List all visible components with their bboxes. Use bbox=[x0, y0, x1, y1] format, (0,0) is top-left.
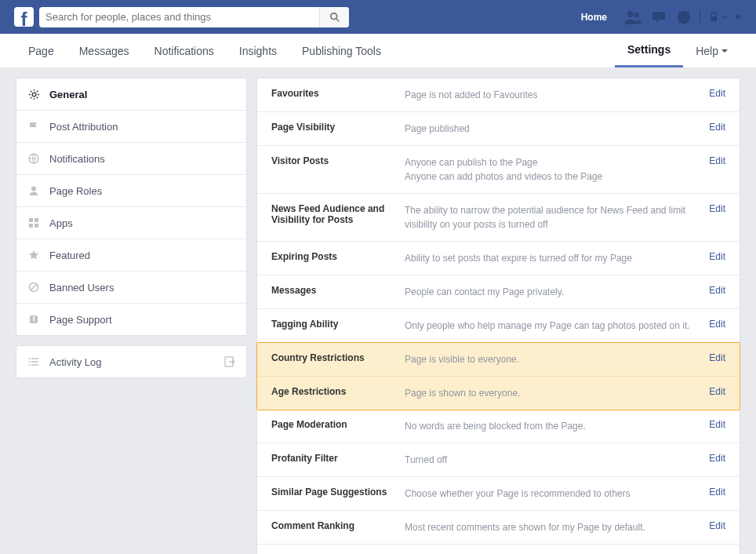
nav-insights[interactable]: Insights bbox=[227, 34, 289, 67]
setting-desc: Choose whether your Page is recommended … bbox=[405, 487, 700, 501]
person-icon bbox=[27, 184, 40, 197]
setting-desc: Anyone can publish to the Page Anyone ca… bbox=[405, 155, 700, 184]
sidebar-item-general[interactable]: General bbox=[16, 78, 246, 110]
setting-comment-ranking[interactable]: Comment Ranking Most recent comments are… bbox=[257, 511, 740, 545]
setting-desc: No words are being blocked from the Page… bbox=[405, 419, 700, 433]
edit-link[interactable]: Edit bbox=[700, 520, 725, 531]
sidebar-item-post-attribution[interactable]: Post Attribution bbox=[16, 110, 246, 142]
edit-link[interactable]: Edit bbox=[700, 419, 725, 430]
svg-rect-9 bbox=[29, 218, 33, 222]
sidebar: General Post Attribution Notifications P… bbox=[16, 78, 247, 388]
sidebar-item-apps[interactable]: Apps bbox=[16, 206, 246, 239]
account-menu[interactable] bbox=[734, 13, 742, 21]
topbar-right: Home bbox=[572, 9, 742, 25]
setting-age-restrictions[interactable]: Age Restrictions Page is shown to everyo… bbox=[257, 377, 740, 410]
sidebar-main: General Post Attribution Notifications P… bbox=[16, 78, 247, 336]
chevron-down-icon bbox=[734, 13, 742, 21]
ban-icon bbox=[27, 281, 40, 293]
svg-point-20 bbox=[29, 358, 31, 359]
nav-help[interactable]: Help bbox=[683, 34, 740, 67]
sidebar-item-activity-log[interactable]: Activity Log bbox=[16, 346, 246, 377]
edit-link[interactable]: Edit bbox=[700, 88, 725, 99]
edit-link[interactable]: Edit bbox=[700, 386, 725, 397]
svg-rect-11 bbox=[29, 224, 33, 228]
setting-page-moderation[interactable]: Page Moderation No words are being block… bbox=[257, 410, 740, 443]
star-icon bbox=[27, 249, 40, 261]
setting-page-visibility[interactable]: Page Visibility Page published Edit bbox=[257, 112, 740, 146]
sidebar-item-featured[interactable]: Featured bbox=[16, 239, 246, 271]
setting-label: Messages bbox=[271, 285, 405, 296]
nav-page[interactable]: Page bbox=[16, 34, 67, 67]
search-icon bbox=[329, 12, 340, 23]
search-button[interactable] bbox=[319, 7, 349, 27]
list-icon bbox=[27, 355, 40, 368]
setting-label: Profanity Filter bbox=[271, 453, 405, 464]
chevron-down-icon bbox=[721, 48, 728, 54]
edit-link[interactable]: Edit bbox=[700, 285, 725, 296]
svg-point-0 bbox=[330, 13, 336, 19]
nav-left: Page Messages Notifications Insights Pub… bbox=[16, 34, 394, 67]
sidebar-item-label: Notifications bbox=[49, 153, 105, 165]
nav-settings[interactable]: Settings bbox=[615, 34, 683, 67]
svg-rect-5 bbox=[711, 16, 717, 21]
sidebar-item-label: Page Roles bbox=[49, 185, 102, 197]
sidebar-item-label: General bbox=[49, 89, 87, 100]
edit-link[interactable]: Edit bbox=[700, 251, 725, 262]
highlighted-settings: Country Restrictions Page is visible to … bbox=[256, 342, 740, 410]
sidebar-item-page-roles[interactable]: Page Roles bbox=[16, 174, 246, 206]
facebook-logo[interactable]: f bbox=[14, 7, 34, 27]
setting-similar-page-suggestions[interactable]: Similar Page Suggestions Choose whether … bbox=[257, 477, 740, 511]
svg-point-3 bbox=[634, 13, 639, 17]
nav-notifications[interactable]: Notifications bbox=[142, 34, 227, 67]
edit-link[interactable]: Edit bbox=[700, 319, 725, 330]
edit-link[interactable]: Edit bbox=[700, 487, 725, 498]
notifications-icon[interactable] bbox=[676, 9, 692, 25]
setting-profanity-filter[interactable]: Profanity Filter Turned off Edit bbox=[257, 443, 740, 477]
edit-link[interactable]: Edit bbox=[700, 122, 725, 133]
sidebar-item-label: Activity Log bbox=[49, 356, 101, 368]
setting-desc: Page published bbox=[405, 122, 700, 136]
setting-label: Age Restrictions bbox=[271, 386, 405, 397]
apps-icon bbox=[27, 217, 40, 229]
setting-favourites[interactable]: Favourites Page is not added to Favourit… bbox=[257, 78, 740, 112]
friend-requests-icon[interactable] bbox=[624, 9, 642, 25]
navbar: Page Messages Notifications Insights Pub… bbox=[0, 34, 756, 68]
home-link[interactable]: Home bbox=[572, 12, 616, 23]
search-input[interactable] bbox=[39, 11, 319, 23]
nav-publishing-tools[interactable]: Publishing Tools bbox=[289, 34, 394, 67]
privacy-menu[interactable] bbox=[708, 12, 728, 23]
flag-icon bbox=[27, 120, 40, 133]
search-wrap bbox=[39, 7, 349, 27]
setting-country-restrictions[interactable]: Country Restrictions Page is visible to … bbox=[257, 343, 740, 377]
edit-link[interactable]: Edit bbox=[700, 352, 725, 363]
edit-link[interactable]: Edit bbox=[700, 155, 725, 166]
setting-tagging-ability[interactable]: Tagging Ability Only people who help man… bbox=[257, 309, 740, 343]
setting-expiring-posts[interactable]: Expiring Posts Ability to set posts that… bbox=[257, 242, 740, 275]
svg-line-1 bbox=[336, 18, 339, 21]
body-wrap: General Post Attribution Notifications P… bbox=[0, 68, 756, 554]
svg-point-8 bbox=[31, 187, 36, 191]
messages-icon[interactable] bbox=[651, 9, 667, 25]
gear-icon bbox=[27, 88, 40, 100]
sidebar-item-notifications[interactable]: Notifications bbox=[16, 142, 246, 174]
edit-link[interactable]: Edit bbox=[700, 203, 725, 214]
globe-icon bbox=[27, 152, 40, 165]
setting-label: Expiring Posts bbox=[271, 251, 405, 262]
setting-messages[interactable]: Messages People can contact my Page priv… bbox=[257, 275, 740, 309]
edit-link[interactable]: Edit bbox=[700, 453, 725, 464]
setting-news-feed-audience[interactable]: News Feed Audience and Visibility for Po… bbox=[257, 194, 740, 242]
setting-label: Comment Ranking bbox=[271, 520, 405, 531]
sidebar-item-label: Featured bbox=[49, 250, 90, 261]
setting-merge-pages[interactable]: Merge Pages Merge duplicate Pages Edit bbox=[257, 545, 740, 554]
setting-desc: Only people who help manage my Page can … bbox=[405, 319, 700, 333]
nav-messages[interactable]: Messages bbox=[67, 34, 142, 67]
setting-visitor-posts[interactable]: Visitor Posts Anyone can publish to the … bbox=[257, 146, 740, 194]
setting-label: Similar Page Suggestions bbox=[271, 487, 405, 498]
sidebar-item-banned-users[interactable]: Banned Users bbox=[16, 271, 246, 303]
setting-label: Page Moderation bbox=[271, 419, 405, 430]
top-icons bbox=[624, 9, 692, 25]
svg-rect-12 bbox=[35, 224, 38, 228]
topbar: f Home bbox=[0, 0, 756, 34]
nav-right: Settings Help bbox=[615, 34, 740, 67]
sidebar-item-page-support[interactable]: f Page Support bbox=[16, 303, 246, 335]
